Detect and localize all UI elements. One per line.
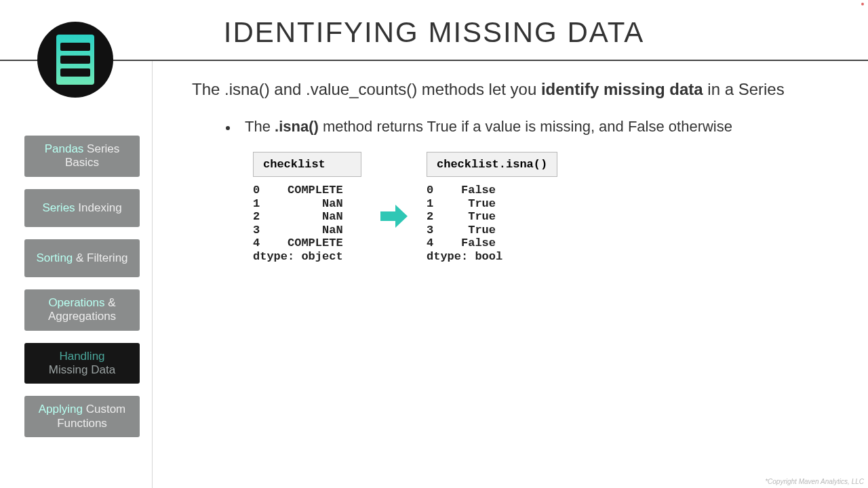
code-header-left: checklist bbox=[253, 152, 361, 177]
code-block-checklist: checklist 0 COMPLETE 1 NaN 2 NaN 3 NaN 4… bbox=[253, 152, 361, 263]
logo-badge bbox=[37, 22, 113, 98]
sidebar-item-basics[interactable]: Pandas SeriesBasics bbox=[24, 136, 140, 177]
arrow-right-icon bbox=[380, 205, 408, 230]
page-header: IDENTIFYING MISSING DATA bbox=[0, 0, 868, 61]
page-title: IDENTIFYING MISSING DATA bbox=[224, 16, 644, 49]
bullet-dot-icon bbox=[226, 126, 230, 130]
logo-icon bbox=[56, 35, 94, 85]
sidebar-item-custom-functions[interactable]: Applying CustomFunctions bbox=[24, 396, 140, 437]
copyright-text: *Copyright Maven Analytics, LLC bbox=[765, 478, 864, 485]
code-example-row: checklist 0 COMPLETE 1 NaN 2 NaN 3 NaN 4… bbox=[253, 152, 827, 263]
sidebar-item-missing-data[interactable]: HandlingMissing Data bbox=[24, 343, 140, 384]
sidebar-item-operations[interactable]: Operations &Aggregations bbox=[24, 289, 140, 331]
svg-marker-0 bbox=[380, 205, 408, 228]
main-content: The .isna() and .value_counts() methods … bbox=[153, 61, 868, 488]
sidebar-item-sorting[interactable]: Sorting & Filtering bbox=[24, 239, 140, 277]
code-block-isna: checklist.isna() 0 False 1 True 2 True 3… bbox=[427, 152, 557, 263]
sidebar: Pandas SeriesBasics Series Indexing Sort… bbox=[0, 61, 153, 488]
bullet-row: The .isna() method returns True if a val… bbox=[226, 118, 827, 136]
intro-sentence: The .isna() and .value_counts() methods … bbox=[192, 80, 827, 99]
code-header-right: checklist.isna() bbox=[427, 152, 557, 177]
sidebar-item-indexing[interactable]: Series Indexing bbox=[24, 189, 140, 227]
code-output-right: 0 False 1 True 2 True 3 True 4 False dty… bbox=[427, 184, 557, 263]
code-output-left: 0 COMPLETE 1 NaN 2 NaN 3 NaN 4 COMPLETE … bbox=[253, 184, 361, 263]
page-body: Pandas SeriesBasics Series Indexing Sort… bbox=[0, 61, 868, 488]
bullet-text: The .isna() method returns True if a val… bbox=[245, 118, 732, 136]
